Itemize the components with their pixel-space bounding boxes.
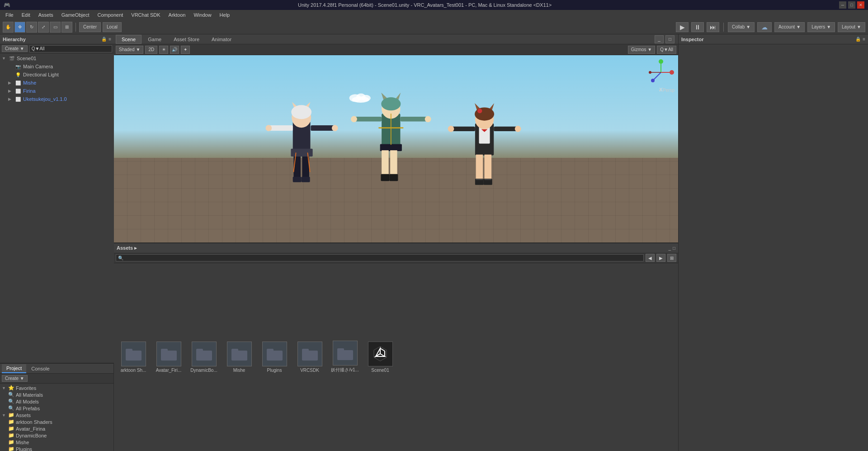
- svg-point-1: [670, 70, 674, 75]
- avatar-firina-asset-label: Avatar_Firi...: [156, 368, 182, 373]
- tab-asset-store[interactable]: Asset Store: [168, 35, 205, 44]
- layers-button[interactable]: Layers ▼: [807, 22, 835, 32]
- svg-point-7: [649, 71, 651, 74]
- arktoon-folder-asset-icon: [121, 342, 146, 366]
- menu-assets[interactable]: Assets: [35, 11, 57, 19]
- project-create-button[interactable]: Create ▼: [2, 375, 28, 382]
- menu-help[interactable]: Help: [216, 11, 234, 19]
- avatar-firina-item[interactable]: 📁 Avatar_Firina: [0, 425, 113, 432]
- favorites-root[interactable]: ▼ ⭐ Favorites: [0, 385, 113, 391]
- tab-scene[interactable]: Scene: [116, 35, 142, 44]
- hierarchy-main-camera[interactable]: 📷 Main Camera: [0, 62, 114, 71]
- asset-dynamicbone[interactable]: DynamicBo...: [188, 340, 220, 375]
- hand-tool[interactable]: ✋: [3, 22, 14, 33]
- dynamicbone-item[interactable]: 📁 DynamicBone: [0, 432, 113, 439]
- asset-mishe[interactable]: Mishe: [223, 340, 255, 375]
- avatar-folder-asset-icon: [156, 342, 181, 366]
- 2d-button[interactable]: 2D: [145, 46, 157, 54]
- viewport-maximize-btn[interactable]: □: [665, 35, 675, 43]
- asset-yokai[interactable]: 妖付撮さ/v1...: [329, 339, 361, 375]
- hierarchy-directional-light[interactable]: 💡 Directional Light: [0, 71, 114, 79]
- arktoon-folder-icon: 📁: [8, 419, 14, 425]
- asset-vrcsdk[interactable]: VRCSDK: [294, 340, 326, 375]
- local-button[interactable]: Local: [103, 22, 122, 32]
- all-prefabs[interactable]: 🔍 All Prefabs: [0, 405, 113, 412]
- all-materials[interactable]: 🔍 All Materials: [0, 391, 113, 398]
- assets-root-icon: 📁: [8, 412, 14, 418]
- menu-file[interactable]: File: [2, 11, 17, 19]
- svg-point-5: [651, 79, 655, 82]
- menu-component[interactable]: Component: [94, 11, 127, 19]
- avatar-folder-icon: 📁: [8, 426, 14, 432]
- hierarchy-lock-icon[interactable]: 🔒: [101, 37, 107, 42]
- inspector-lock-icon[interactable]: 🔒: [855, 37, 861, 42]
- assets-grid-btn[interactable]: ⊞: [667, 254, 676, 262]
- assets-maximize-btn[interactable]: □: [673, 246, 675, 251]
- collab-label: Collab ▼: [732, 24, 750, 29]
- arktoon-shaders-item[interactable]: 📁 arktoon Shaders: [0, 418, 113, 425]
- menu-edit[interactable]: Edit: [18, 11, 34, 19]
- minimize-button[interactable]: ─: [839, 1, 846, 9]
- assets-grid: arktoon Sh... Avatar_Firi... DynamicBo..…: [114, 263, 678, 451]
- all-dropdown[interactable]: Q▼All: [657, 46, 676, 54]
- effects-btn[interactable]: ✦: [181, 46, 190, 54]
- shading-label: Shaded: [119, 47, 134, 52]
- menu-arktoon[interactable]: Arktoon: [165, 11, 189, 19]
- asset-arktoon-shaders[interactable]: arktoon Sh...: [118, 340, 149, 375]
- hierarchy-search-input[interactable]: [29, 45, 112, 52]
- tab-animator[interactable]: Animator: [206, 35, 237, 44]
- audio-btn[interactable]: 🔊: [170, 46, 179, 54]
- gizmos-dropdown[interactable]: Gizmos ▼: [628, 46, 656, 54]
- hierarchy-firina[interactable]: ▶ ⬜ Firina: [0, 87, 114, 95]
- assets-back-btn[interactable]: ◀: [646, 254, 655, 262]
- assets-forward-btn[interactable]: ▶: [656, 254, 665, 262]
- hierarchy-mishe[interactable]: ▶ ⬜ Mishe: [0, 79, 114, 87]
- viewport-minimize-btn[interactable]: _: [655, 35, 664, 43]
- hierarchy-menu-icon[interactable]: ≡: [108, 37, 111, 42]
- hierarchy-create-button[interactable]: Create ▼: [2, 45, 28, 52]
- center-button[interactable]: Center: [79, 22, 101, 32]
- tab-console[interactable]: Console: [27, 364, 54, 373]
- assets-search-input[interactable]: [116, 254, 644, 261]
- collab-button[interactable]: Collab ▼: [728, 22, 755, 32]
- vrcsdk-folder-asset-icon: [297, 342, 322, 366]
- tab-project[interactable]: Project: [2, 364, 26, 373]
- transform-tool[interactable]: ⊞: [61, 22, 72, 33]
- assets-root-arrow: ▼: [2, 413, 8, 418]
- assets-root[interactable]: ▼ 📁 Assets: [0, 412, 113, 418]
- shading-mode-dropdown[interactable]: Shaded ▼: [116, 46, 143, 54]
- maximize-button[interactable]: □: [848, 1, 855, 9]
- light-icon: 💡: [14, 71, 22, 78]
- close-button[interactable]: ✕: [857, 1, 864, 9]
- rotate-tool[interactable]: ↻: [26, 22, 37, 33]
- menu-window[interactable]: Window: [190, 11, 215, 19]
- favorites-label: Favorites: [16, 385, 36, 391]
- menu-vrchat-sdk[interactable]: VRChat SDK: [127, 11, 164, 19]
- rect-tool[interactable]: ▭: [50, 22, 61, 33]
- mishe-item[interactable]: 📁 Mishe: [0, 439, 113, 446]
- play-button[interactable]: ▶: [676, 22, 689, 32]
- asset-avatar-firina[interactable]: Avatar_Firi...: [153, 340, 184, 375]
- layout-button[interactable]: Layout ▼: [838, 22, 865, 32]
- inspector-menu-icon[interactable]: ≡: [863, 37, 865, 42]
- uketsukejou-arrow: ▶: [8, 97, 14, 101]
- step-button[interactable]: ⏭: [707, 22, 719, 32]
- hierarchy-uketsukejou[interactable]: ▶ ⬜ Uketsukejou_v1.1.0: [0, 95, 114, 103]
- tab-game[interactable]: Game: [142, 35, 167, 44]
- pause-button[interactable]: ⏸: [691, 22, 704, 32]
- assets-minimize-btn[interactable]: _: [668, 246, 671, 251]
- scene-viewport[interactable]: X < Persp: [114, 55, 678, 242]
- asset-plugins[interactable]: Plugins: [259, 340, 290, 375]
- move-tool[interactable]: ✥: [14, 22, 25, 33]
- plugins-item[interactable]: 📁 Plugins: [0, 446, 113, 451]
- light-label: Directional Light: [23, 72, 59, 77]
- scale-tool[interactable]: ⤢: [38, 22, 49, 33]
- all-models[interactable]: 🔍 All Models: [0, 398, 113, 405]
- cloud-button[interactable]: ☁: [757, 22, 772, 32]
- lighting-btn[interactable]: ☀: [159, 46, 168, 54]
- account-button[interactable]: Account ▼: [774, 22, 805, 32]
- project-console-tabs: Project Console: [0, 364, 113, 374]
- asset-scene01[interactable]: Scene01: [364, 340, 396, 375]
- hierarchy-scene-root[interactable]: ▼ 🎬 Scene01: [0, 54, 114, 62]
- menu-gameobject[interactable]: GameObject: [58, 11, 93, 19]
